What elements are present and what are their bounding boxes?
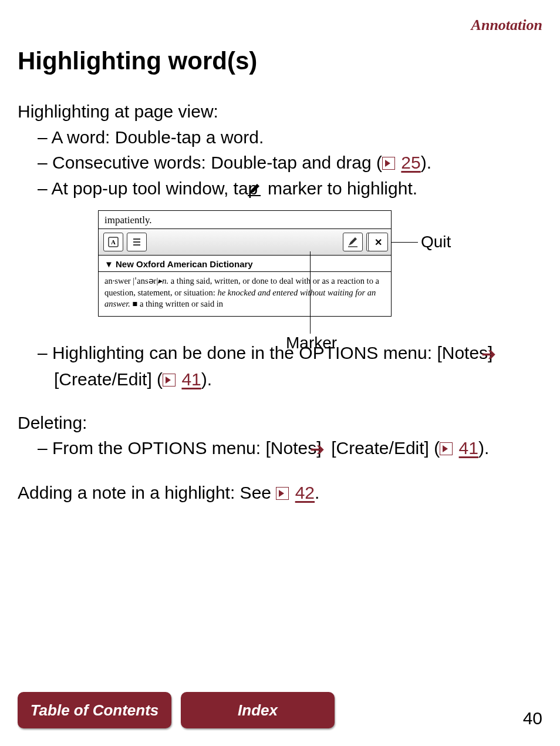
dict-headword: an·swer	[104, 276, 131, 285]
del-b: [Create/Edit] (	[326, 438, 440, 458]
bullet-deleting: – From the OPTIONS menu: [Notes] ➔ [Crea…	[18, 435, 542, 462]
toc-button[interactable]: Table of Contents	[18, 692, 171, 728]
deleting-head: Deleting:	[18, 410, 542, 436]
callout-label-quit: Quit	[421, 233, 451, 251]
bullet-word-text: A word: Double-tap a word.	[51, 127, 264, 147]
del-c: ).	[478, 438, 489, 458]
page-link-icon	[382, 157, 395, 170]
popup-window: impatiently. A ▼ New Oxford American Dic…	[98, 210, 392, 317]
popup-diagram: impatiently. A ▼ New Oxford American Dic…	[98, 210, 462, 317]
popup-toolbar: A	[99, 228, 391, 256]
page-link-icon	[276, 487, 289, 500]
callout-label-marker: Marker	[286, 334, 337, 352]
page-number: 40	[523, 708, 542, 728]
page-link-25[interactable]: 25	[401, 153, 420, 172]
page-link-icon	[163, 374, 176, 387]
page-link-42[interactable]: 42	[295, 483, 315, 502]
footer: Table of Contents Index 40	[18, 686, 542, 728]
bullet-consecutive: – Consecutive words: Double-tap and drag…	[18, 150, 542, 176]
bullet-options-menu: – Highlighting can be done in the OPTION…	[18, 340, 542, 392]
close-icon[interactable]: ✕	[368, 233, 388, 251]
popup-context-text: impatiently.	[99, 211, 391, 228]
page-link-41b[interactable]: 41	[459, 438, 478, 458]
dictionary-title: ▼ New Oxford American Dictionary	[99, 256, 391, 272]
list-icon[interactable]	[127, 233, 147, 251]
opt-a: Highlighting can be done in the OPTIONS …	[52, 343, 498, 362]
dict-pos: ▸n.	[158, 276, 168, 285]
index-button[interactable]: Index	[181, 692, 335, 728]
callout-line-quit	[392, 242, 418, 243]
callout-line-marker	[310, 251, 311, 334]
dictionary-icon[interactable]: A	[103, 233, 123, 251]
page-link-icon	[440, 442, 453, 455]
adding-note-text: Adding a note in a highlight: See 42.	[18, 480, 542, 506]
dict-def-b: ■ a thing written or said in	[130, 299, 223, 308]
del-a: From the OPTIONS menu: [Notes]	[52, 438, 326, 458]
bullet-popup-a: At pop-up tool window, tap	[51, 179, 262, 198]
add-b: .	[315, 483, 319, 502]
bullet-word: – A word: Double-tap a word.	[18, 125, 542, 150]
dictionary-body: an·swer |ˈansər|▸n. a thing said, writte…	[99, 272, 391, 316]
svg-text:A: A	[111, 238, 116, 246]
section-header: Annotation	[471, 16, 542, 34]
bullet-popup-b: marker to highlight.	[263, 179, 417, 198]
add-a: Adding a note in a highlight: See	[18, 483, 276, 502]
opt-c: ).	[201, 369, 212, 389]
dict-pron: |ˈansər|	[133, 276, 158, 285]
bullet-popup: – At pop-up tool window, tap marker to h…	[18, 176, 542, 204]
intro-text: Highlighting at page view:	[18, 99, 542, 125]
opt-b: [Create/Edit] (	[54, 369, 163, 389]
bullet-consecutive-b: ).	[421, 153, 431, 172]
page-title: Highlighting word(s)	[18, 47, 542, 75]
bullet-consecutive-a: Consecutive words: Double-tap and drag (	[52, 153, 382, 172]
page-link-41a[interactable]: 41	[181, 369, 201, 389]
marker-button[interactable]	[343, 233, 363, 251]
